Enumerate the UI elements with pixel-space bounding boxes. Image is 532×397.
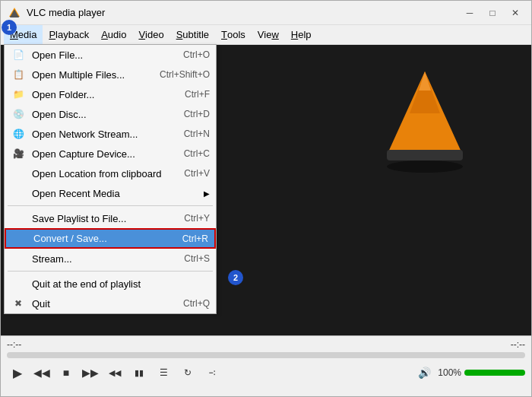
menu-convert-save[interactable]: Convert / Save... Ctrl+R [5,228,216,249]
volume-area: 🔊 100% [413,363,525,383]
volume-percent: 100% [438,367,461,378]
menu-stream[interactable]: Stream... Ctrl+S [5,249,216,268]
menu-quit[interactable]: ✖ Quit Ctrl+Q [5,294,216,313]
prev-button[interactable]: ◀◀ [31,363,52,383]
open-disc-label: Open Disc... [32,109,172,120]
file-icon: 📄 [11,49,26,60]
seek-bar[interactable] [7,352,525,358]
vlc-app-icon [7,5,22,21]
menu-media[interactable]: Media 📄 Open File... Ctrl+O 📋 Open Multi… [4,25,43,44]
menu-video[interactable]: Video [132,25,169,44]
disc-icon: 💿 [11,109,26,119]
shuffle-button[interactable]: ∹ [201,363,223,383]
open-recent-label: Open Recent Media [32,188,201,199]
menu-open-location[interactable]: Open Location from clipboard Ctrl+V [5,164,216,183]
menu-open-network[interactable]: 🌐 Open Network Stream... Ctrl+N [5,124,216,144]
menu-open-file[interactable]: 📄 Open File... Ctrl+O [5,45,216,65]
menu-tools[interactable]: Tools [215,25,252,44]
frame-button[interactable]: ▮▮ [128,363,150,383]
play-button[interactable]: ▶ [7,363,28,383]
slow-button[interactable]: ◀◀ [104,363,125,383]
menu-playback[interactable]: Playback [43,25,95,44]
convert-save-shortcut: Ctrl+R [182,233,208,244]
vlc-window: 1 2 VLC media player ─ □ ✕ Media 📄 [0,0,532,397]
open-file-label: Open File... [32,49,171,61]
files-icon: 📋 [11,69,26,80]
controls-row: ▶ ◀◀ ■ ▶▶ ◀◀ ▮▮ ☰ ↻ ∹ 🔊 100% [7,363,525,383]
media-dropdown: 📄 Open File... Ctrl+O 📋 Open Multiple Fi… [4,44,217,314]
loop-button[interactable]: ↻ [177,363,198,383]
volume-bar[interactable] [464,370,525,376]
menu-subtitle[interactable]: Subtitle [170,25,215,44]
quit-end-label: Quit at the end of playlist [32,278,210,290]
separator-1 [8,205,213,206]
playlist-button[interactable]: ☰ [153,363,174,383]
open-folder-label: Open Folder... [32,89,173,100]
open-multiple-label: Open Multiple Files... [32,69,147,81]
open-capture-shortcut: Ctrl+C [184,148,210,159]
open-location-label: Open Location from clipboard [32,168,172,179]
network-icon: 🌐 [11,129,26,139]
volume-icon[interactable]: 🔊 [413,363,435,383]
title-bar: VLC media player ─ □ ✕ [1,1,531,25]
menu-save-playlist[interactable]: Save Playlist to File... Ctrl+Y [5,208,216,228]
close-button[interactable]: ✕ [505,5,525,21]
vlc-cone [379,68,470,176]
menu-open-capture[interactable]: 🎥 Open Capture Device... Ctrl+C [5,144,216,164]
capture-icon: 🎥 [11,148,26,159]
menu-open-disc[interactable]: 💿 Open Disc... Ctrl+D [5,104,216,124]
window-title: VLC media player [27,7,460,18]
minimize-button[interactable]: ─ [460,5,480,21]
save-playlist-label: Save Playlist to File... [32,213,172,224]
window-controls: ─ □ ✕ [460,5,525,21]
menu-bar: Media 📄 Open File... Ctrl+O 📋 Open Multi… [1,25,531,45]
open-capture-label: Open Capture Device... [32,148,172,160]
menu-quit-end[interactable]: Quit at the end of playlist [5,274,216,294]
bottom-bar: --:-- --:-- ▶ ◀◀ ■ ▶▶ ◀◀ ▮▮ ☰ ↻ ∹ 🔊 100% [1,335,531,396]
open-location-shortcut: Ctrl+V [184,168,210,179]
submenu-arrow-icon: ▶ [204,189,210,198]
open-network-shortcut: Ctrl+N [184,129,210,139]
next-button[interactable]: ▶▶ [80,363,101,383]
stream-label: Stream... [32,253,172,265]
svg-rect-6 [387,150,463,160]
open-disc-shortcut: Ctrl+D [184,109,210,119]
menu-help[interactable]: Help [285,25,318,44]
menu-open-multiple[interactable]: 📋 Open Multiple Files... Ctrl+Shift+O [5,65,216,84]
open-network-label: Open Network Stream... [32,129,172,140]
open-folder-shortcut: Ctrl+F [185,89,210,100]
quit-shortcut: Ctrl+Q [183,298,210,309]
stream-shortcut: Ctrl+S [184,253,210,264]
folder-icon: 📁 [11,89,26,100]
separator-2 [8,271,213,272]
time-row: --:-- --:-- [7,339,525,350]
convert-save-label: Convert / Save... [33,233,170,244]
menu-view[interactable]: View [252,25,285,44]
menu-open-recent[interactable]: Open Recent Media ▶ [5,183,216,203]
time-left: --:-- [7,339,21,350]
quit-label: Quit [32,298,171,310]
maximize-button[interactable]: □ [483,5,502,21]
stop-button[interactable]: ■ [55,363,77,383]
open-file-shortcut: Ctrl+O [183,49,210,60]
time-right: --:-- [511,339,525,350]
quit-icon: ✖ [11,298,26,309]
save-playlist-shortcut: Ctrl+Y [184,213,210,224]
svg-point-3 [387,160,463,173]
open-multiple-shortcut: Ctrl+Shift+O [160,69,210,80]
menu-audio[interactable]: Audio [95,25,132,44]
svg-rect-2 [10,16,19,17]
menu-open-folder[interactable]: 📁 Open Folder... Ctrl+F [5,84,216,104]
